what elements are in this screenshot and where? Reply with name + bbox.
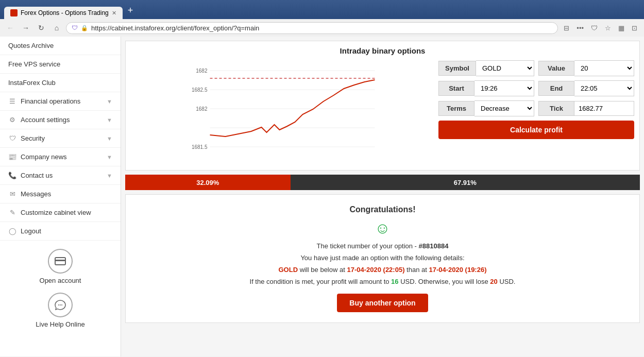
messages-icon: ✉ (8, 190, 16, 198)
terms-control: Terms Decrease (438, 100, 534, 116)
new-tab-button[interactable]: + (124, 3, 138, 18)
security-arrow: ▼ (107, 135, 112, 142)
financial-operations-icon: ☰ (8, 97, 16, 105)
svg-text:1681.5: 1681.5 (192, 144, 208, 150)
security-icon: 🛡 (8, 134, 16, 142)
chart-svg: 1682 1682.5 1682 1681.5 (131, 60, 433, 163)
options-title: Intraday binary options (126, 41, 639, 60)
chart-area: 1682 1682.5 1682 1681.5 (131, 60, 433, 165)
sidebar-item-financial-operations[interactable]: ☰ Financial operations ▼ (0, 92, 121, 111)
main-content: Intraday binary options 1682 1682.5 (121, 37, 644, 356)
congrats-title: Congratulations! (136, 205, 629, 214)
tab-close-button[interactable]: ✕ (112, 10, 116, 16)
end-select[interactable]: 22:05 (574, 80, 634, 96)
sidebar-item-logout[interactable]: ◯ Logout (0, 222, 121, 241)
contact-us-icon: 📞 (8, 172, 16, 179)
active-tab[interactable]: Forex Options - Options Trading ✕ (4, 7, 123, 19)
svg-text:1682: 1682 (196, 68, 208, 74)
options-body: 1682 1682.5 1682 1681.5 Symbol (126, 60, 639, 170)
lock-icon: 🔒 (81, 25, 88, 31)
terms-label: Terms (438, 101, 474, 116)
live-help-icon (48, 293, 73, 317)
tick-control: Tick 1682.77 (538, 100, 634, 116)
svg-rect-1 (55, 260, 65, 261)
svg-point-4 (61, 304, 62, 305)
symbol-control: Symbol GOLD (438, 60, 534, 76)
sidebar-item-contact-us[interactable]: 📞 Contact us ▼ (0, 166, 121, 185)
app-layout: Quotes Archive Free VPS service InstaFor… (0, 37, 644, 356)
tab-favicon (10, 9, 18, 16)
browser-tabs: Forex Options - Options Trading ✕ + (4, 3, 640, 19)
value-control: Value 20 (538, 60, 634, 76)
sidebar-item-company-news[interactable]: 📰 Company news ▼ (0, 148, 121, 166)
logout-icon: ◯ (8, 227, 16, 235)
sidebar-bottom: Open account Live Help Online (0, 241, 121, 345)
open-account-icon (48, 249, 73, 274)
svg-point-3 (60, 304, 61, 305)
tick-value: 1682.77 (574, 101, 634, 116)
reader-mode-icon[interactable]: ⊟ (561, 23, 572, 33)
sidebar-item-messages[interactable]: ✉ Messages (0, 185, 121, 203)
value-label: Value (538, 61, 574, 76)
symbol-select[interactable]: GOLD (476, 60, 534, 76)
start-select[interactable]: 19:26 (474, 80, 534, 96)
symbol-label: Symbol (438, 61, 476, 76)
sidebar-item-free-vps[interactable]: Free VPS service (0, 55, 121, 74)
tick-label: Tick (538, 101, 574, 116)
controls-area: Symbol GOLD Value 20 Start (433, 60, 634, 165)
ticket-text: The ticket number of your option - #8810… (136, 242, 629, 250)
fullscreen-icon[interactable]: ⊡ (629, 23, 640, 33)
bookmark-icon[interactable]: ☆ (602, 23, 614, 33)
progress-red: 32.09% (125, 175, 291, 190)
congrats-panel: Congratulations! ☺ The ticket number of … (125, 194, 640, 323)
svg-point-2 (58, 304, 59, 305)
start-label: Start (438, 81, 474, 96)
more-options-icon[interactable]: ••• (574, 23, 586, 33)
url-bar: 🛡 🔒 (66, 22, 558, 34)
sidebar-item-quotes-archive[interactable]: Quotes Archive (0, 37, 121, 55)
profit-line: If the condition is met, your profit wil… (136, 278, 629, 285)
sidebar-item-instaforex-club[interactable]: InstaForex Club (0, 74, 121, 92)
url-input[interactable] (91, 24, 552, 32)
financial-operations-arrow: ▼ (107, 98, 112, 105)
progress-bar: 32.09% 67.91% (125, 175, 640, 190)
back-button[interactable]: ← (4, 22, 16, 34)
reload-button[interactable]: ↻ (35, 22, 47, 34)
smiley-icon: ☺ (136, 219, 629, 237)
open-account-item[interactable]: Open account (8, 249, 112, 284)
shield-icon: 🛡 (72, 24, 78, 31)
library-icon[interactable]: ▦ (616, 23, 627, 33)
customize-icon: ✎ (8, 209, 16, 216)
sidebar-item-account-settings[interactable]: ⚙ Account settings ▼ (0, 111, 121, 129)
progress-dark: 67.91% (291, 175, 640, 190)
end-label: End (538, 81, 574, 96)
options-panel: Intraday binary options 1682 1682.5 (125, 41, 640, 171)
account-settings-arrow: ▼ (107, 117, 112, 123)
sidebar: Quotes Archive Free VPS service InstaFor… (0, 37, 121, 356)
value-select[interactable]: 20 (574, 60, 634, 76)
made-text: You have just made an option with the fo… (136, 254, 629, 262)
end-control: End 22:05 (538, 80, 634, 96)
forward-button[interactable]: → (20, 22, 32, 34)
toolbar-icons: ⊟ ••• 🛡 ☆ ▦ ⊡ (561, 23, 640, 33)
details-line: GOLD will be below at 17-04-2020 (22:05)… (136, 266, 629, 274)
start-control: Start 19:26 (438, 80, 534, 96)
company-news-arrow: ▼ (107, 154, 112, 160)
contact-us-arrow: ▼ (107, 173, 112, 179)
live-help-label: Live Help Online (36, 320, 84, 328)
browser-toolbar: ← → ↻ ⌂ 🛡 🔒 ⊟ ••• 🛡 ☆ ▦ ⊡ (0, 19, 644, 37)
tab-title: Forex Options - Options Trading (21, 9, 109, 16)
company-news-icon: 📰 (8, 153, 16, 161)
open-account-label: Open account (40, 277, 81, 284)
live-help-item[interactable]: Live Help Online (8, 293, 112, 328)
account-settings-icon: ⚙ (8, 116, 16, 124)
sidebar-item-security[interactable]: 🛡 Security ▼ (0, 129, 121, 148)
pocket-icon[interactable]: 🛡 (588, 23, 600, 33)
calculate-profit-button[interactable]: Calculate profit (438, 121, 634, 139)
home-button[interactable]: ⌂ (50, 22, 63, 34)
buy-another-option-button[interactable]: Buy another option (337, 294, 428, 312)
svg-text:1682: 1682 (196, 106, 208, 112)
terms-select[interactable]: Decrease (474, 100, 534, 116)
browser-chrome: Forex Options - Options Trading ✕ + (0, 0, 644, 19)
sidebar-item-customize-cabinet[interactable]: ✎ Customize cabinet view (0, 203, 121, 222)
